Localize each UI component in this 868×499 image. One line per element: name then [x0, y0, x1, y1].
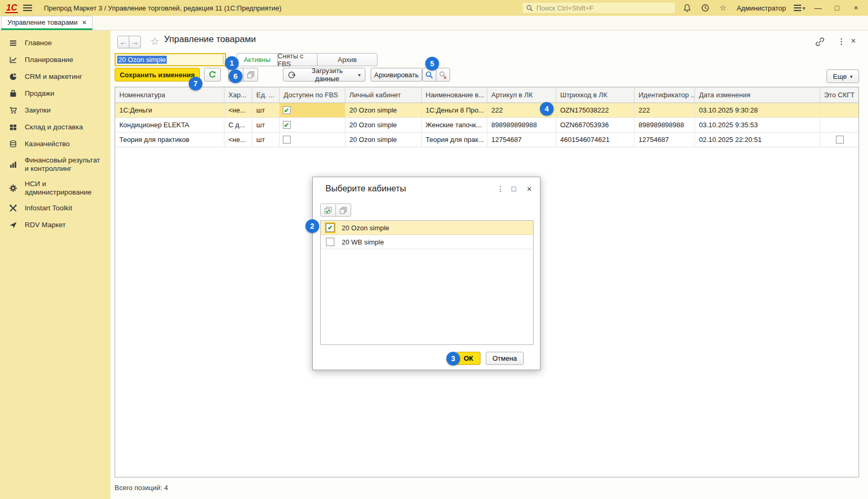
topbar: 1С Препрод Маркет 3 / Управление торговл…	[0, 0, 868, 16]
cabinet-label: 20 WB simple	[342, 238, 384, 246]
col-unit[interactable]: Ед. ...	[252, 87, 279, 103]
col-name-in-cabinet[interactable]: Наименование в...	[421, 87, 487, 103]
col-changed-date[interactable]: Дата изменения	[695, 87, 820, 103]
cabinet-checkbox[interactable]	[326, 223, 334, 232]
notifications-bell-icon[interactable]	[681, 2, 693, 14]
annotation-1: 1	[225, 56, 239, 70]
sidebar-item-sales[interactable]: Продажи	[0, 85, 110, 102]
refresh-icon	[208, 70, 217, 79]
favorite-star-icon[interactable]: ☆	[150, 35, 159, 47]
sidebar-item-purchases[interactable]: Закупки	[0, 102, 110, 119]
dialog-maximize-icon[interactable]: □	[512, 185, 516, 193]
get-link-icon[interactable]	[815, 37, 825, 48]
cancel-search-icon	[438, 70, 447, 79]
sidebar-item-planning[interactable]: Планирование	[0, 52, 110, 68]
cabinet-filter-input[interactable]: 20 Ozon simple	[115, 53, 226, 66]
col-nomenclature[interactable]: Номенклатура	[115, 87, 224, 103]
form-product-management: ← → ☆ Управление товарами ⋮ × 20 Ozon si…	[110, 30, 868, 499]
maximize-button[interactable]: □	[830, 4, 844, 12]
fbs-checkbox[interactable]	[283, 136, 291, 144]
cancel-search-button[interactable]	[436, 68, 450, 82]
col-barcode[interactable]: Штрихкод в ЛК	[556, 87, 634, 103]
sidebar-item-nsi-administration[interactable]: НСИ и администрирование	[0, 176, 110, 200]
cancel-button[interactable]: Отмена	[486, 352, 524, 365]
user-menu[interactable]: Администратор	[737, 4, 786, 12]
skgt-checkbox[interactable]	[836, 136, 844, 144]
clear-all-flags-button[interactable]	[243, 68, 258, 82]
clear-flags-icon	[339, 206, 348, 215]
sidebar-item-main[interactable]: Главное	[0, 35, 110, 52]
table-row[interactable]: Теория для практиков <не... шт 20 Ozon s…	[115, 132, 859, 147]
search-placeholder: Поиск Ctrl+Shift+F	[536, 4, 594, 12]
col-article[interactable]: Артикул в ЛК	[487, 87, 556, 103]
view-tabs: Активны Сняты с FBS Архив	[237, 53, 377, 66]
tabstrip: Управление товарами ×	[0, 16, 868, 30]
col-characteristic[interactable]: Хар...	[224, 87, 252, 103]
col-identifier[interactable]: Идентификатор ...	[634, 87, 695, 103]
form-menu-kebab-icon[interactable]: ⋮	[838, 37, 845, 46]
cabinet-checkbox[interactable]	[326, 238, 334, 246]
cabinet-list-item[interactable]: 20 WB simple	[321, 235, 533, 249]
form-close-icon[interactable]: ×	[851, 36, 856, 46]
app-window: 1С Препрод Маркет 3 / Управление торговл…	[0, 0, 868, 499]
cabinet-list-item[interactable]: 20 Ozon simple	[321, 221, 533, 235]
sidebar-item-crm-marketing[interactable]: CRM и маркетинг	[0, 68, 110, 85]
search-icon	[425, 70, 434, 79]
grid-icon	[8, 123, 18, 132]
dialog-clear-all-flags-button[interactable]	[335, 203, 351, 217]
refresh-button[interactable]	[204, 68, 221, 82]
fbs-checkbox[interactable]	[283, 121, 291, 129]
close-button[interactable]: ×	[849, 4, 863, 12]
sidebar-item-warehouse-delivery[interactable]: Склад и доставка	[0, 119, 110, 136]
tab-product-management[interactable]: Управление товарами ×	[1, 16, 93, 30]
filter-dropdown-divider	[223, 55, 223, 64]
service-menu-icon[interactable]: ▾	[793, 2, 806, 14]
pie-chart-icon	[8, 72, 18, 82]
archive-button[interactable]: Архивировать	[371, 68, 422, 82]
set-flags-icon	[323, 206, 333, 215]
table-row[interactable]: 1С:Деньги <не... шт 20 Ozon simple 1С:Де…	[115, 103, 859, 117]
select-cabinets-dialog: Выберите кабинеты ⋮ □ × 20 O	[312, 177, 540, 370]
sidebar-item-infostart-toolkit[interactable]: Infostart Toolkit	[0, 200, 110, 217]
col-fbs-available[interactable]: Доступен по FBS	[279, 87, 345, 103]
col-cabinet[interactable]: Личный кабинет	[345, 87, 421, 103]
annotation-2: 2	[305, 219, 319, 233]
view-tab-archive[interactable]: Архив	[317, 53, 377, 66]
sidebar-item-financial-result[interactable]: Финансовый результат и контроллинг	[0, 152, 110, 176]
dialog-set-all-flags-button[interactable]	[320, 203, 336, 217]
cabinet-label: 20 Ozon simple	[342, 224, 389, 232]
view-tab-active[interactable]: Активны	[237, 53, 278, 66]
page-title: Управление товарами	[164, 34, 256, 45]
annotation-6: 6	[229, 69, 242, 83]
load-data-icon	[288, 70, 297, 79]
col-skgt[interactable]: Это СКГТ	[820, 87, 859, 103]
main-menu-icon[interactable]	[23, 3, 32, 13]
global-search-input[interactable]: Поиск Ctrl+Shift+F	[522, 2, 676, 14]
view-tab-removed-fbs[interactable]: Сняты с FBS	[277, 53, 318, 66]
shopping-bag-icon	[8, 89, 18, 98]
tab-close-icon[interactable]: ×	[83, 18, 87, 26]
sidebar-item-rdv-market[interactable]: RDV Маркет	[0, 217, 110, 233]
chevron-down-icon: ▾	[802, 5, 805, 11]
back-button[interactable]: ←	[117, 36, 129, 48]
menu-icon	[8, 38, 18, 48]
tools-icon	[8, 203, 18, 213]
cabinet-list: 20 Ozon simple 20 WB simple	[320, 220, 534, 345]
planning-chart-icon	[8, 55, 18, 65]
gear-icon	[8, 184, 18, 193]
history-icon[interactable]	[699, 2, 711, 14]
coins-icon	[8, 139, 18, 149]
dialog-close-icon[interactable]: ×	[527, 185, 532, 194]
load-data-button[interactable]: Загрузить данные ▾	[283, 68, 365, 82]
forward-button[interactable]: →	[129, 36, 141, 48]
clear-flags-icon	[246, 70, 256, 79]
more-button[interactable]: Еще ▾	[826, 69, 859, 83]
dialog-menu-kebab-icon[interactable]: ⋮	[497, 185, 504, 193]
sidebar-item-treasury[interactable]: Казначейство	[0, 136, 110, 152]
fbs-checkbox[interactable]	[283, 106, 291, 114]
favorites-star-icon[interactable]: ☆	[717, 2, 729, 14]
minimize-button[interactable]: —	[811, 4, 825, 12]
save-changes-button[interactable]: Сохранить изменения	[115, 68, 200, 82]
service-menu-bars-icon	[794, 3, 801, 13]
table-row[interactable]: Кондиционер ELEKTA С д... шт 20 Ozon sim…	[115, 117, 859, 132]
